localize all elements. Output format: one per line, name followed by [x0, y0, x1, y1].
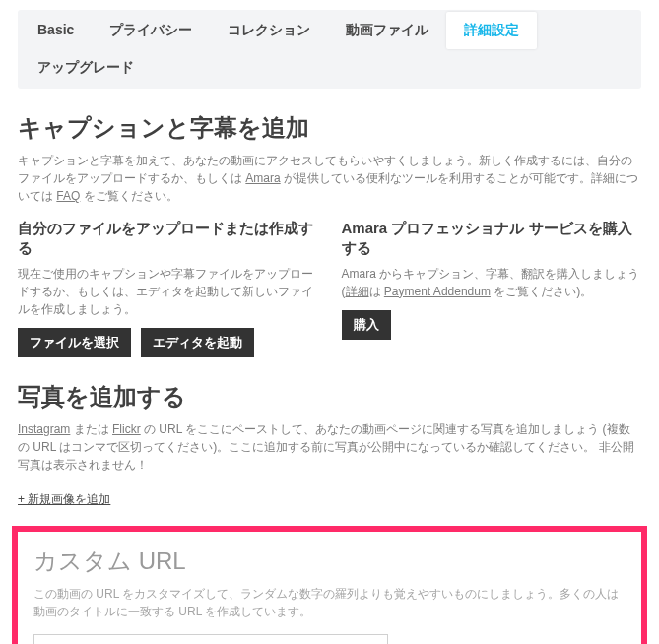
- purchase-button[interactable]: 購入: [342, 310, 391, 340]
- tab-upgrade[interactable]: アップグレード: [20, 49, 152, 87]
- captions-amara-col: Amara プロフェッショナル サービスを購入する Amara からキャプション…: [342, 219, 642, 357]
- flickr-link[interactable]: Flickr: [112, 422, 141, 436]
- custom-url-input[interactable]: [33, 634, 388, 645]
- choose-file-button[interactable]: ファイルを選択: [18, 328, 131, 357]
- launch-editor-button[interactable]: エディタを起動: [141, 328, 254, 357]
- amara-heading: Amara プロフェッショナル サービスを購入する: [342, 219, 642, 259]
- captions-columns: 自分のファイルをアップロードまたは作成する 現在ご使用のキャプションや字幕ファイ…: [18, 219, 641, 357]
- captions-faq-link[interactable]: FAQ: [56, 189, 80, 203]
- tab-privacy[interactable]: プライバシー: [92, 12, 210, 49]
- settings-tabs: Basic プライバシー コレクション 動画ファイル 詳細設定 アップグレード: [18, 10, 641, 89]
- amara-desc-post: をご覧ください)。: [491, 285, 592, 298]
- captions-desc-text3: をご覧ください。: [80, 189, 177, 203]
- custom-url-desc: この動画の URL をカスタマイズして、ランダムな数字の羅列よりも覚えやすいもの…: [33, 585, 626, 620]
- tab-advanced[interactable]: 詳細設定: [446, 12, 537, 49]
- instagram-link[interactable]: Instagram: [18, 422, 70, 436]
- amara-desc-mid: は: [369, 285, 384, 298]
- custom-url-section: カスタム URL この動画の URL をカスタマイズして、ランダムな数字の羅列よ…: [12, 526, 647, 645]
- captions-amara-link[interactable]: Amara: [245, 171, 280, 185]
- upload-heading: 自分のファイルをアップロードまたは作成する: [18, 219, 318, 259]
- amara-desc: Amara からキャプション、字幕、翻訳を購入しましょう (詳細は Paymen…: [342, 265, 642, 300]
- captions-upload-col: 自分のファイルをアップロードまたは作成する 現在ご使用のキャプションや字幕ファイ…: [18, 219, 318, 357]
- photos-heading: 写真を追加する: [18, 381, 641, 413]
- amara-buttons: 購入: [342, 310, 642, 340]
- amara-details-link[interactable]: 詳細: [346, 285, 369, 298]
- captions-heading: キャプションと字幕を追加: [18, 112, 641, 144]
- photos-description: Instagram または Flickr の URL をここにペーストして、あな…: [18, 420, 641, 474]
- custom-url-heading: カスタム URL: [33, 546, 626, 577]
- tab-collection[interactable]: コレクション: [210, 12, 328, 49]
- tab-video-file[interactable]: 動画ファイル: [328, 12, 446, 49]
- tab-basic[interactable]: Basic: [20, 12, 92, 49]
- upload-buttons: ファイルを選択 エディタを起動: [18, 328, 318, 357]
- photos-mid1: または: [70, 422, 112, 436]
- captions-description: キャプションと字幕を加えて、あなたの動画にアクセスしてもらいやすくしましょう。新…: [18, 152, 641, 205]
- upload-desc: 現在ご使用のキャプションや字幕ファイルをアップロードするか、もしくは、エディタを…: [18, 265, 318, 318]
- amara-payment-link[interactable]: Payment Addendum: [384, 285, 491, 298]
- add-new-image-link[interactable]: + 新規画像を追加: [18, 491, 110, 508]
